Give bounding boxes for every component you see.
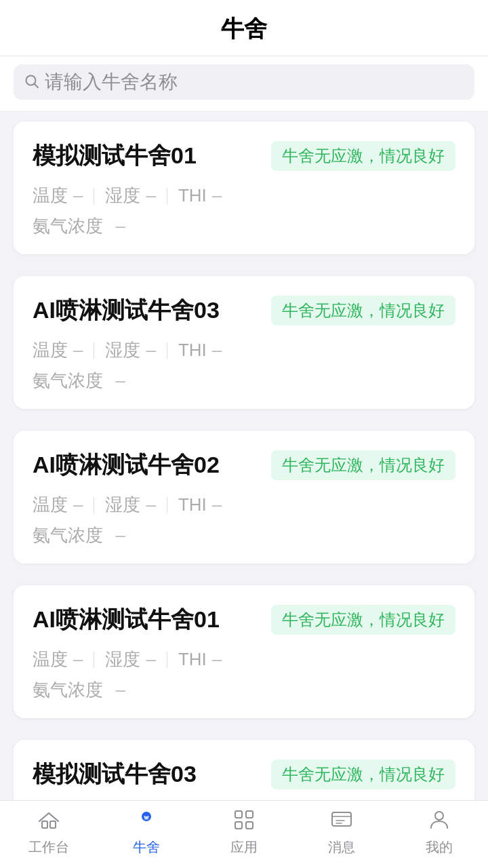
humidity-metric: 湿度 – — [105, 184, 155, 208]
barn-name: 模拟测试牛舍03 — [33, 759, 197, 790]
barn-name: 模拟测试牛舍01 — [33, 140, 197, 172]
svg-rect-19 — [332, 812, 351, 826]
metric-divider — [94, 497, 94, 513]
status-badge: 牛舍无应激，情况良好 — [271, 605, 455, 635]
barn-card-header: AI喷淋测试牛舍02 牛舍无应激，情况良好 — [33, 450, 455, 481]
bottom-nav: 工作台 牛舍 — [0, 800, 488, 868]
humidity-metric: 湿度 – — [105, 648, 155, 671]
nav-label-workbench: 工作台 — [28, 838, 69, 856]
temp-metric: 温度 – — [33, 184, 83, 208]
metric-divider — [167, 342, 167, 359]
barn-metrics: 温度 – 湿度 – THI – — [33, 338, 455, 362]
svg-rect-2 — [42, 821, 47, 828]
mine-icon — [427, 808, 451, 835]
metric-divider — [167, 497, 167, 513]
metric-divider — [167, 652, 167, 668]
humidity-metric: 湿度 – — [105, 493, 155, 517]
barn-list: 模拟测试牛舍01 牛舍无应激，情况良好 温度 – 湿度 – THI – — [0, 111, 488, 868]
nav-item-apps[interactable]: 应用 — [195, 801, 293, 868]
svg-point-12 — [147, 817, 148, 818]
thi-metric: THI – — [178, 340, 222, 361]
temp-metric: 温度 – — [33, 648, 83, 671]
temp-metric: 温度 – — [33, 493, 83, 517]
ammonia-metric: 氨气浓度 – — [33, 678, 455, 702]
svg-rect-18 — [246, 822, 253, 829]
barn-name: AI喷淋测试牛舍03 — [33, 295, 220, 326]
metric-divider — [94, 188, 94, 204]
barn-name: AI喷淋测试牛舍01 — [33, 604, 220, 635]
ammonia-metric: 氨气浓度 – — [33, 524, 455, 547]
barn-name: AI喷淋测试牛舍02 — [33, 450, 220, 481]
nav-item-barn[interactable]: 牛舍 — [98, 801, 195, 868]
metric-divider — [94, 652, 94, 668]
svg-point-23 — [435, 812, 443, 820]
barn-card-header: AI喷淋测试牛舍03 牛舍无应激，情况良好 — [33, 295, 455, 326]
svg-rect-16 — [246, 811, 253, 818]
metric-divider — [94, 342, 94, 359]
barn-card-header: AI喷淋测试牛舍01 牛舍无应激，情况良好 — [33, 604, 455, 635]
temp-metric: 温度 – — [33, 338, 83, 362]
thi-metric: THI – — [178, 185, 222, 206]
barn-card[interactable]: AI喷淋测试牛舍02 牛舍无应激，情况良好 温度 – 湿度 – THI – — [14, 431, 474, 564]
svg-point-13 — [144, 816, 146, 817]
nav-label-mine: 我的 — [426, 838, 453, 856]
svg-line-1 — [35, 83, 39, 87]
nav-label-messages: 消息 — [328, 838, 355, 856]
ammonia-metric: 氨气浓度 – — [33, 214, 455, 238]
page-header: 牛舍 — [0, 0, 488, 56]
nav-label-apps: 应用 — [230, 838, 258, 856]
barn-metrics: 温度 – 湿度 – THI – — [33, 184, 455, 208]
barn-card[interactable]: AI喷淋测试牛舍03 牛舍无应激，情况良好 温度 – 湿度 – THI – — [14, 276, 474, 409]
svg-point-14 — [148, 816, 149, 817]
status-badge: 牛舍无应激，情况良好 — [271, 450, 455, 480]
status-badge: 牛舍无应激，情况良好 — [271, 141, 455, 171]
page-title: 牛舍 — [221, 16, 267, 41]
search-icon — [24, 74, 39, 91]
status-badge: 牛舍无应激，情况良好 — [271, 760, 455, 789]
search-container — [0, 56, 488, 111]
search-input[interactable] — [45, 71, 464, 93]
status-badge: 牛舍无应激，情况良好 — [271, 296, 455, 326]
messages-icon — [329, 808, 354, 835]
svg-rect-3 — [50, 821, 56, 828]
search-bar — [14, 64, 474, 100]
thi-metric: THI – — [178, 494, 222, 515]
barn-card-header: 模拟测试牛舍01 牛舍无应激，情况良好 — [33, 140, 455, 172]
svg-point-11 — [145, 817, 146, 818]
barn-icon — [134, 808, 159, 835]
nav-label-barn: 牛舍 — [133, 838, 160, 856]
metric-divider — [167, 188, 167, 204]
barn-metrics: 温度 – 湿度 – THI – — [33, 493, 455, 517]
barn-card-header: 模拟测试牛舍03 牛舍无应激，情况良好 — [33, 759, 455, 790]
nav-item-workbench[interactable]: 工作台 — [0, 801, 98, 868]
barn-card[interactable]: AI喷淋测试牛舍01 牛舍无应激，情况良好 温度 – 湿度 – THI – — [14, 585, 474, 718]
svg-rect-15 — [235, 811, 242, 818]
nav-item-messages[interactable]: 消息 — [293, 801, 390, 868]
barn-card[interactable]: 模拟测试牛舍01 牛舍无应激，情况良好 温度 – 湿度 – THI – — [14, 121, 474, 254]
humidity-metric: 湿度 – — [105, 338, 155, 362]
nav-item-mine[interactable]: 我的 — [390, 801, 488, 868]
thi-metric: THI – — [178, 649, 222, 670]
workbench-icon — [37, 808, 61, 835]
barn-metrics: 温度 – 湿度 – THI – — [33, 648, 455, 671]
svg-rect-17 — [235, 822, 242, 829]
apps-icon — [232, 808, 256, 835]
ammonia-metric: 氨气浓度 – — [33, 369, 455, 393]
